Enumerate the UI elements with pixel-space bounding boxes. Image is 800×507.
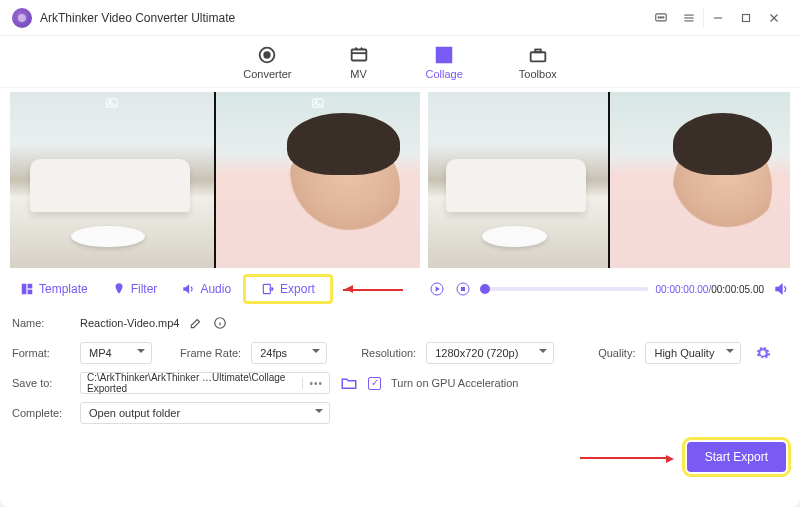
- app-logo-icon: [12, 8, 32, 28]
- app-window: ArkThinker Video Converter Ultimate Conv…: [0, 0, 800, 507]
- annotation-arrow-export: [335, 272, 420, 306]
- subtab-export[interactable]: Export: [245, 276, 331, 302]
- footer: Start Export: [0, 430, 800, 484]
- gpu-label: Turn on GPU Acceleration: [391, 377, 518, 389]
- subtab-filter[interactable]: Filter: [102, 276, 168, 302]
- gpu-checkbox[interactable]: ✓: [368, 377, 381, 390]
- tab-converter[interactable]: Converter: [243, 44, 291, 80]
- quality-label: Quality:: [598, 347, 635, 359]
- collage-slot-1[interactable]: [10, 92, 214, 268]
- format-label: Format:: [12, 347, 70, 359]
- edit-name-icon[interactable]: [189, 316, 203, 330]
- subtab-audio-label: Audio: [200, 282, 231, 296]
- svg-rect-24: [22, 284, 27, 295]
- svg-point-1: [658, 16, 659, 17]
- sub-tabs: Template Filter Audio Export: [10, 272, 420, 306]
- svg-rect-17: [445, 55, 451, 61]
- collage-canvas[interactable]: [10, 92, 420, 268]
- saveto-path-input[interactable]: C:\ArkThinker\ArkThinker …Ultimate\Colla…: [80, 372, 330, 394]
- start-export-label: Start Export: [705, 450, 768, 464]
- svg-rect-13: [351, 49, 366, 60]
- tab-mv[interactable]: MV: [348, 44, 370, 80]
- svg-rect-25: [28, 284, 33, 289]
- row-name: Name: Reaction-Video.mp4: [12, 308, 788, 338]
- info-icon[interactable]: [213, 316, 227, 330]
- svg-rect-26: [28, 290, 33, 295]
- resolution-value: 1280x720 (720p): [435, 347, 518, 359]
- subtab-audio[interactable]: Audio: [171, 276, 241, 302]
- preview-slot-1: [428, 92, 608, 268]
- svg-rect-8: [743, 14, 750, 21]
- tab-toolbox[interactable]: Toolbox: [519, 44, 557, 80]
- resolution-label: Resolution:: [361, 347, 416, 359]
- format-select[interactable]: MP4: [80, 342, 152, 364]
- preview-panel: 00:00:00.00/00:00:05.00: [428, 92, 790, 306]
- framerate-select[interactable]: 24fps: [251, 342, 327, 364]
- name-label: Name:: [12, 317, 70, 329]
- annotation-arrow-start-export: [580, 457, 670, 459]
- complete-label: Complete:: [12, 407, 70, 419]
- svg-rect-15: [437, 47, 443, 62]
- preview-slot-2: [610, 92, 790, 268]
- image-icon: [311, 96, 325, 114]
- svg-rect-16: [445, 47, 451, 53]
- svg-point-2: [660, 16, 661, 17]
- row-saveto: Save to: C:\ArkThinker\ArkThinker …Ultim…: [12, 368, 788, 398]
- open-folder-icon[interactable]: [340, 374, 358, 392]
- browse-more-icon[interactable]: •••: [302, 378, 323, 389]
- volume-button[interactable]: [772, 280, 790, 298]
- subtab-template-label: Template: [39, 282, 88, 296]
- feedback-icon[interactable]: [647, 4, 675, 32]
- slot1-image: [10, 92, 214, 268]
- saveto-value: C:\ArkThinker\ArkThinker …Ultimate\Colla…: [87, 372, 302, 394]
- subtab-template[interactable]: Template: [10, 276, 98, 302]
- complete-select[interactable]: Open output folder: [80, 402, 330, 424]
- row-format: Format: MP4 Frame Rate: 24fps Resolution…: [12, 338, 788, 368]
- tab-collage[interactable]: Collage: [426, 44, 463, 80]
- play-button[interactable]: [428, 280, 446, 298]
- svg-rect-18: [530, 52, 545, 61]
- tab-toolbox-label: Toolbox: [519, 68, 557, 80]
- minimize-icon[interactable]: [704, 4, 732, 32]
- tab-converter-label: Converter: [243, 68, 291, 80]
- seek-slider[interactable]: [480, 287, 648, 291]
- tab-mv-label: MV: [350, 68, 367, 80]
- resolution-select[interactable]: 1280x720 (720p): [426, 342, 554, 364]
- time-duration: 00:00:05.00: [711, 284, 764, 295]
- app-title: ArkThinker Video Converter Ultimate: [40, 11, 235, 25]
- close-icon[interactable]: [760, 4, 788, 32]
- stop-button[interactable]: [454, 280, 472, 298]
- saveto-label: Save to:: [12, 377, 70, 389]
- start-export-button[interactable]: Start Export: [687, 442, 786, 472]
- time-display: 00:00:00.00/00:00:05.00: [656, 284, 764, 295]
- complete-value: Open output folder: [89, 407, 180, 419]
- tab-collage-label: Collage: [426, 68, 463, 80]
- time-current: 00:00:00.00: [656, 284, 709, 295]
- svg-point-12: [265, 52, 271, 58]
- framerate-label: Frame Rate:: [180, 347, 241, 359]
- menu-icon[interactable]: [675, 4, 703, 32]
- editor-panel: Template Filter Audio Export: [10, 92, 420, 306]
- quality-value: High Quality: [654, 347, 714, 359]
- export-form: Name: Reaction-Video.mp4 Format: MP4 Fra…: [0, 306, 800, 430]
- image-icon: [105, 96, 119, 114]
- format-value: MP4: [89, 347, 112, 359]
- subtab-export-label: Export: [280, 282, 315, 296]
- preview-canvas: [428, 92, 790, 268]
- framerate-value: 24fps: [260, 347, 287, 359]
- svg-point-3: [663, 16, 664, 17]
- main-tabs: Converter MV Collage Toolbox: [0, 36, 800, 88]
- row-complete: Complete: Open output folder: [12, 398, 788, 428]
- collage-slot-2[interactable]: [216, 92, 420, 268]
- svg-rect-19: [535, 49, 541, 52]
- slot2-image: [216, 92, 420, 268]
- quality-select[interactable]: High Quality: [645, 342, 741, 364]
- titlebar: ArkThinker Video Converter Ultimate: [0, 0, 800, 36]
- svg-rect-30: [461, 287, 465, 291]
- subtab-filter-label: Filter: [131, 282, 158, 296]
- workspace: Template Filter Audio Export: [0, 88, 800, 306]
- player-controls: 00:00:00.00/00:00:05.00: [428, 272, 790, 306]
- name-value: Reaction-Video.mp4: [80, 317, 179, 329]
- maximize-icon[interactable]: [732, 4, 760, 32]
- settings-gear-icon[interactable]: [755, 345, 771, 361]
